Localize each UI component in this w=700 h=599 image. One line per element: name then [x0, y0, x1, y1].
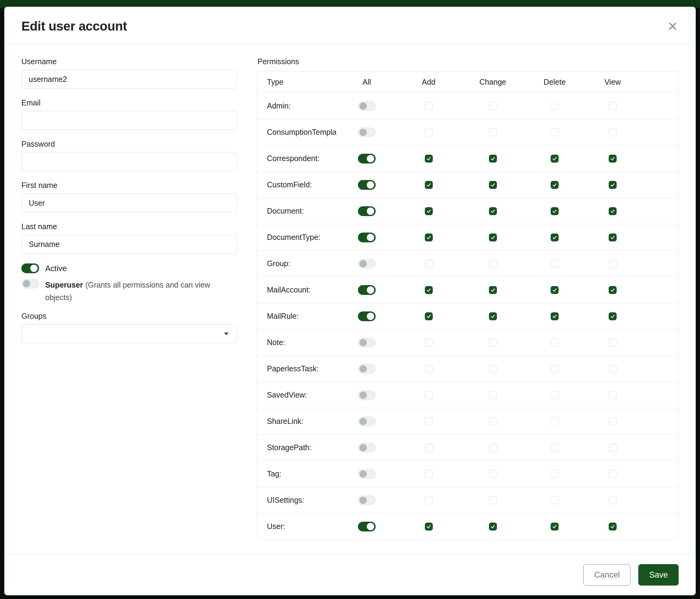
permission-change-checkbox[interactable] — [489, 286, 497, 294]
permission-all-toggle[interactable] — [358, 154, 376, 164]
groups-select[interactable] — [21, 324, 237, 343]
permission-delete-checkbox[interactable] — [551, 312, 558, 320]
permission-view-checkbox[interactable] — [609, 339, 617, 346]
permission-all-toggle[interactable] — [358, 469, 376, 479]
permission-add-checkbox[interactable] — [425, 102, 433, 110]
permission-all-toggle[interactable] — [358, 180, 376, 190]
permission-view-checkbox[interactable] — [609, 207, 617, 215]
permission-all-toggle[interactable] — [358, 338, 376, 348]
permission-delete-checkbox[interactable] — [551, 207, 558, 215]
permission-add-checkbox[interactable] — [425, 260, 433, 268]
permission-view-checkbox[interactable] — [609, 470, 617, 478]
close-icon[interactable]: ✕ — [667, 20, 678, 33]
permission-add-checkbox[interactable] — [425, 391, 433, 399]
permission-delete-checkbox[interactable] — [551, 444, 558, 452]
column-header-add: Add — [397, 78, 460, 87]
permission-view-checkbox[interactable] — [609, 181, 617, 189]
permission-all-toggle[interactable] — [358, 522, 376, 531]
permission-add-checkbox[interactable] — [425, 365, 433, 373]
permission-add-checkbox[interactable] — [425, 128, 433, 136]
permission-all-toggle[interactable] — [358, 259, 376, 269]
permission-view-checkbox[interactable] — [609, 417, 617, 425]
permission-change-checkbox[interactable] — [489, 181, 497, 189]
permission-change-checkbox[interactable] — [489, 312, 497, 320]
permission-change-checkbox[interactable] — [489, 234, 497, 241]
permission-add-checkbox[interactable] — [425, 470, 433, 478]
password-field[interactable] — [21, 152, 237, 171]
permission-view-checkbox[interactable] — [609, 444, 617, 452]
permission-add-checkbox[interactable] — [425, 523, 433, 530]
last-name-input[interactable] — [21, 235, 237, 254]
permission-all-toggle[interactable] — [358, 416, 376, 426]
permission-change-checkbox[interactable] — [489, 470, 497, 478]
permission-all-toggle[interactable] — [358, 127, 376, 137]
permission-change-checkbox[interactable] — [489, 128, 497, 136]
permission-all-toggle[interactable] — [358, 364, 376, 374]
active-toggle[interactable] — [21, 263, 39, 273]
permission-all-toggle[interactable] — [358, 496, 376, 505]
permission-delete-checkbox[interactable] — [551, 234, 558, 241]
permission-delete-checkbox[interactable] — [551, 128, 558, 136]
username-input[interactable] — [21, 70, 237, 89]
permission-delete-checkbox[interactable] — [551, 523, 558, 530]
permission-add-checkbox[interactable] — [425, 181, 433, 189]
permission-change-checkbox[interactable] — [489, 365, 497, 373]
permission-add-checkbox[interactable] — [425, 312, 433, 320]
permission-change-cell — [460, 523, 526, 530]
permission-all-toggle[interactable] — [358, 311, 376, 321]
permission-change-checkbox[interactable] — [489, 523, 497, 530]
last-name-label: Last name — [21, 222, 237, 231]
permission-view-checkbox[interactable] — [609, 234, 617, 241]
toggle-knob — [359, 497, 367, 504]
permission-change-checkbox[interactable] — [489, 496, 497, 504]
permission-add-checkbox[interactable] — [425, 496, 433, 504]
permission-add-checkbox[interactable] — [425, 154, 433, 163]
permission-add-checkbox[interactable] — [425, 234, 433, 241]
permission-delete-checkbox[interactable] — [551, 391, 558, 399]
permission-all-toggle[interactable] — [358, 285, 376, 295]
permission-delete-checkbox[interactable] — [551, 286, 558, 294]
permission-delete-checkbox[interactable] — [551, 339, 558, 346]
save-button[interactable]: Save — [638, 564, 679, 585]
permission-delete-checkbox[interactable] — [551, 154, 558, 163]
permission-change-checkbox[interactable] — [489, 260, 497, 268]
permission-add-checkbox[interactable] — [425, 444, 433, 452]
permission-delete-checkbox[interactable] — [551, 496, 558, 504]
permission-change-checkbox[interactable] — [489, 207, 497, 215]
permission-delete-checkbox[interactable] — [551, 365, 558, 373]
permission-add-checkbox[interactable] — [425, 417, 433, 425]
permission-all-toggle[interactable] — [358, 390, 376, 400]
permission-view-checkbox[interactable] — [609, 496, 617, 504]
permission-all-toggle[interactable] — [358, 101, 376, 111]
permission-change-checkbox[interactable] — [489, 417, 497, 425]
permission-add-checkbox[interactable] — [425, 286, 433, 294]
permission-delete-checkbox[interactable] — [551, 470, 558, 478]
permission-view-checkbox[interactable] — [609, 523, 617, 530]
permission-delete-checkbox[interactable] — [551, 260, 558, 268]
permission-view-checkbox[interactable] — [609, 102, 617, 110]
permission-change-checkbox[interactable] — [489, 391, 497, 399]
cancel-button[interactable]: Cancel — [583, 564, 630, 585]
permission-delete-checkbox[interactable] — [551, 417, 558, 425]
permission-all-toggle[interactable] — [358, 443, 376, 453]
first-name-input[interactable] — [21, 193, 237, 212]
permission-view-checkbox[interactable] — [609, 391, 617, 399]
permission-delete-checkbox[interactable] — [551, 102, 558, 110]
permission-add-checkbox[interactable] — [425, 339, 433, 346]
superuser-toggle[interactable] — [21, 279, 39, 288]
permission-all-toggle[interactable] — [358, 206, 376, 216]
permission-view-checkbox[interactable] — [609, 128, 617, 136]
permission-change-checkbox[interactable] — [489, 339, 497, 346]
permission-all-toggle[interactable] — [358, 233, 376, 242]
permission-view-checkbox[interactable] — [609, 260, 617, 268]
permission-change-checkbox[interactable] — [489, 102, 497, 110]
permission-view-checkbox[interactable] — [609, 286, 617, 294]
permission-view-checkbox[interactable] — [609, 365, 617, 373]
permission-change-checkbox[interactable] — [489, 444, 497, 452]
permission-view-checkbox[interactable] — [609, 312, 617, 320]
email-field[interactable] — [21, 111, 237, 130]
permission-change-checkbox[interactable] — [489, 154, 497, 163]
permission-add-checkbox[interactable] — [425, 207, 433, 215]
permission-view-checkbox[interactable] — [609, 154, 617, 163]
permission-delete-checkbox[interactable] — [551, 181, 558, 189]
